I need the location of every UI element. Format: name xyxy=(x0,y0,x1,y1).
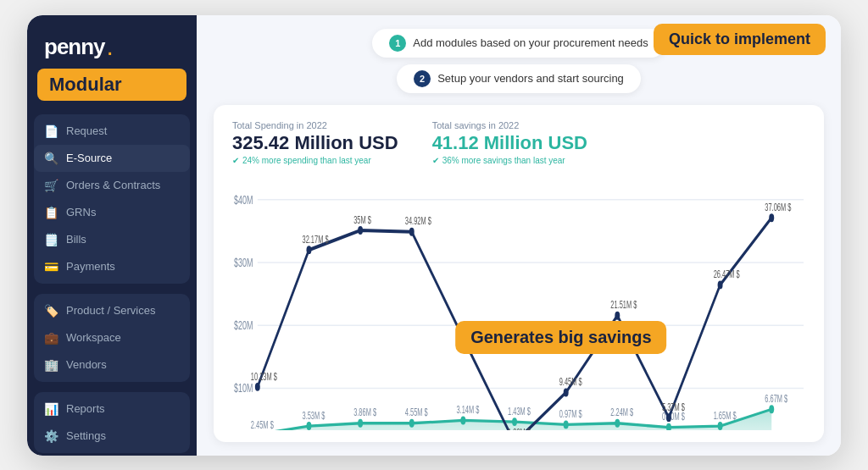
sidebar-item-products[interactable]: 🏷️ Product / Services xyxy=(34,297,190,324)
sidebar-item-request[interactable]: 📄 Request xyxy=(34,118,190,145)
callout-1-text: Add modules based on your procurement ne… xyxy=(413,36,648,49)
spending-label: Total Spending in 2022 xyxy=(232,120,398,130)
svg-text:34.92M $: 34.92M $ xyxy=(405,215,431,226)
callout-2: 2 Setup your vendors and start sourcing xyxy=(397,64,641,93)
svg-text:1.65M $: 1.65M $ xyxy=(714,409,737,420)
svg-text:21.51M $: 21.51M $ xyxy=(610,299,637,310)
sidebar-item-label-esource: E-Source xyxy=(66,152,112,164)
payments-icon: 💳 xyxy=(44,260,58,274)
sidebar-item-label-workspace: Workspace xyxy=(66,331,121,344)
savings-dot xyxy=(306,422,311,430)
sidebar-item-workspace[interactable]: 💼 Workspace xyxy=(34,324,190,351)
savings-sub: ✔ 36% more savings than last year xyxy=(432,156,587,165)
bills-icon: 🗒️ xyxy=(44,233,58,246)
svg-text:5.37M $: 5.37M $ xyxy=(662,401,685,412)
svg-text:2.24M $: 2.24M $ xyxy=(610,406,633,417)
savings-value: 41.12 Million USD xyxy=(432,132,587,154)
products-icon: 🏷️ xyxy=(44,304,58,318)
spending-dot xyxy=(666,413,671,422)
spending-sub: ✔ 24% more spending than last year xyxy=(232,156,398,165)
svg-text:9.45M $: 9.45M $ xyxy=(559,376,582,387)
svg-text:26.47M $: 26.47M $ xyxy=(714,268,740,279)
spending-dot xyxy=(564,388,569,396)
sidebar-nav: 📄 Request 🔍 E-Source 🛒 Orders & Contract… xyxy=(27,109,197,456)
sidebar-item-vendors[interactable]: 🏢 Vendors xyxy=(34,351,190,379)
svg-text:0.97M $: 0.97M $ xyxy=(559,408,582,419)
quick-implement-badge: Quick to implement xyxy=(654,24,826,55)
savings-dot xyxy=(666,423,671,429)
savings-dot xyxy=(512,417,517,426)
svg-text:35M $: 35M $ xyxy=(353,213,371,224)
nav-group-products: 🏷️ Product / Services 💼 Workspace 🏢 Vend… xyxy=(34,294,190,382)
sidebar: penny. Modular 📄 Request 🔍 E-Source 🛒 Or… xyxy=(27,15,197,456)
sidebar-item-label-payments: Payments xyxy=(66,260,115,273)
sidebar-item-bills[interactable]: 🗒️ Bills xyxy=(34,226,190,253)
modular-badge: Modular xyxy=(37,69,186,101)
sidebar-item-reports[interactable]: 📊 Reports xyxy=(34,395,190,423)
settings-icon: ⚙️ xyxy=(44,429,58,443)
spending-dot xyxy=(615,311,620,319)
svg-text:1.43M $: 1.43M $ xyxy=(508,405,531,416)
callout-1-num: 1 xyxy=(389,35,406,52)
stats-row: Total Spending in 2022 325.42 Million US… xyxy=(232,120,805,165)
savings-dot xyxy=(769,405,774,413)
spending-dot xyxy=(358,226,363,235)
sidebar-item-label-settings: Settings xyxy=(66,429,106,442)
workspace-icon: 💼 xyxy=(44,331,58,345)
savings-dot xyxy=(718,422,723,430)
savings-dot xyxy=(564,420,569,429)
stat-spending: Total Spending in 2022 325.42 Million US… xyxy=(232,120,398,165)
main-window: penny. Modular 📄 Request 🔍 E-Source 🛒 Or… xyxy=(27,15,841,456)
esource-icon: 🔍 xyxy=(44,152,58,165)
sidebar-item-label-reports: Reports xyxy=(66,402,105,415)
sidebar-item-label-bills: Bills xyxy=(66,233,86,246)
savings-dot xyxy=(409,418,415,427)
sidebar-item-label-orders: Orders & Contracts xyxy=(66,179,160,191)
svg-text:3.53M $: 3.53M $ xyxy=(303,409,326,420)
savings-badge: Generates big savings xyxy=(455,321,666,354)
spending-dot xyxy=(769,213,774,222)
svg-text:$20M: $20M xyxy=(234,318,253,332)
orders-icon: 🛒 xyxy=(44,179,58,192)
check-icon-spending: ✔ xyxy=(232,156,239,165)
callout-2-num: 2 xyxy=(414,70,431,87)
svg-text:37.06M $: 37.06M $ xyxy=(765,202,791,213)
dashboard-card: Total Spending in 2022 325.42 Million US… xyxy=(214,105,824,442)
sidebar-item-orders[interactable]: 🛒 Orders & Contracts xyxy=(34,172,190,199)
svg-text:3.14M $: 3.14M $ xyxy=(456,404,479,415)
callout-1: 1 Add modules based on your procurement … xyxy=(372,29,665,58)
sidebar-item-label-vendors: Vendors xyxy=(66,358,107,371)
main-content: Quick to implement 1 Add modules based o… xyxy=(197,15,841,456)
spending-dot xyxy=(409,227,415,235)
svg-text:3.86M $: 3.86M $ xyxy=(353,406,376,417)
sidebar-item-grns[interactable]: 📋 GRNs xyxy=(34,199,190,226)
savings-dot xyxy=(358,418,363,427)
nav-group-reports: 📊 Reports ⚙️ Settings xyxy=(34,392,190,453)
chart-area: $40M $30M $20M $10M xyxy=(232,179,805,430)
sidebar-item-payments[interactable]: 💳 Payments xyxy=(34,253,190,280)
callout-2-text: Setup your vendors and start sourcing xyxy=(437,72,624,85)
savings-dot xyxy=(460,416,465,424)
svg-text:1.39M $: 1.39M $ xyxy=(508,426,531,429)
svg-text:6.67M $: 6.67M $ xyxy=(765,393,787,404)
svg-text:4.55M $: 4.55M $ xyxy=(405,406,428,417)
spending-value: 325.42 Million USD xyxy=(232,132,398,154)
svg-text:$30M: $30M xyxy=(234,255,253,269)
sidebar-item-label-grns: GRNs xyxy=(66,206,96,218)
savings-dot xyxy=(615,418,620,427)
request-icon: 📄 xyxy=(44,124,58,138)
sidebar-item-settings[interactable]: ⚙️ Settings xyxy=(34,423,190,450)
check-icon-savings: ✔ xyxy=(432,156,439,165)
svg-text:$40M: $40M xyxy=(234,192,253,207)
logo-text: penny xyxy=(44,34,105,60)
svg-text:32.17M $: 32.17M $ xyxy=(303,233,329,244)
vendors-icon: 🏢 xyxy=(44,358,58,372)
reports-icon: 📊 xyxy=(44,402,58,416)
sidebar-item-label-request: Request xyxy=(66,124,107,137)
svg-text:2.45M $: 2.45M $ xyxy=(251,419,274,430)
spending-dot xyxy=(255,382,260,390)
savings-label: Total savings in 2022 xyxy=(432,120,587,130)
nav-group-main: 📄 Request 🔍 E-Source 🛒 Orders & Contract… xyxy=(34,114,190,284)
sidebar-item-esource[interactable]: 🔍 E-Source xyxy=(34,145,190,172)
spending-dot xyxy=(306,246,311,254)
